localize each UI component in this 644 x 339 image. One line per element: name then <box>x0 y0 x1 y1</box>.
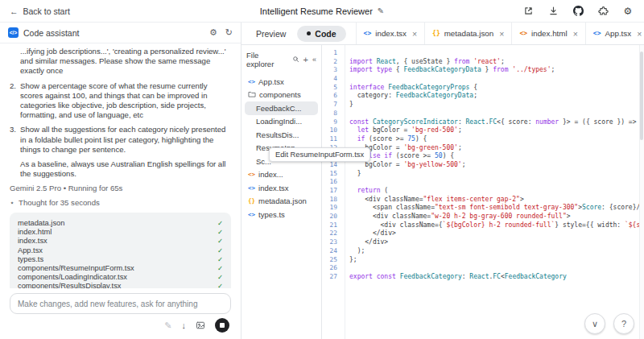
explorer-item-label: types.ts <box>258 210 285 219</box>
tab-label: index.tsx <box>375 29 407 38</box>
editor-tab[interactable]: <>App.tsx× <box>586 23 644 44</box>
explorer-item[interactable]: <>index.tsx <box>245 181 318 195</box>
import-button[interactable]: ↓ <box>182 320 187 330</box>
explorer-item[interactable]: <>types.ts <box>245 208 318 221</box>
line-number: 25 <box>322 256 343 265</box>
edit-file-tooltip: Edit ResumeInputForm.tsx <box>269 147 370 162</box>
explorer-item-label: components <box>259 90 301 99</box>
check-icon: ✓ <box>217 219 223 227</box>
code-text: </div> <box>343 229 396 238</box>
explorer-item[interactable]: <>index... <box>245 168 318 182</box>
file-progress-row: metadata.json✓ <box>18 218 223 227</box>
page-title: Intelligent Resume Reviewer <box>260 6 373 16</box>
check-icon: ✓ <box>217 237 223 245</box>
file-name: types.ts <box>18 255 217 263</box>
code-text: const CategoryScoreIndicator: React.FC<{… <box>343 118 644 127</box>
line-number: 4 <box>322 75 343 84</box>
tab-label: index.html <box>531 29 568 38</box>
file-name: components/LoadingIndicator.tsx <box>18 273 217 281</box>
scroll-to-bottom-button[interactable]: ∨ <box>584 313 605 334</box>
explorer-item[interactable]: FeedbackC... <box>245 101 318 115</box>
stop-generating-button[interactable] <box>215 318 229 333</box>
explorer-item-label: ResultsDis... <box>256 130 299 139</box>
code-line: 11 if (score >= 75) { <box>322 135 644 144</box>
download-icon <box>548 6 559 16</box>
code-text <box>343 75 349 84</box>
explorer-item[interactable]: LoadingIndi... <box>245 115 318 129</box>
folder-icon <box>248 90 256 100</box>
code-line: 19 <span className="text-sm font-semibol… <box>322 204 644 213</box>
explorer-collapse-button[interactable]: « <box>312 56 316 64</box>
code-line: 17 return ( <box>322 187 644 196</box>
file-explorer-title: File explorer <box>246 51 288 68</box>
back-button[interactable]: ← Back to start <box>10 6 70 16</box>
code-toggle-label: Code <box>315 29 336 39</box>
topbar-actions: ⚙ <box>522 5 634 18</box>
close-tab-icon[interactable]: × <box>573 29 578 39</box>
explorer-add-file-button[interactable]: + <box>303 56 308 64</box>
thought-toggle[interactable]: ⋆ Thought for 35 seconds <box>10 198 231 207</box>
explorer-item[interactable]: {}metadata.json <box>245 195 318 209</box>
line-number: 9 <box>322 118 343 127</box>
close-tab-icon[interactable]: × <box>499 29 504 39</box>
model-status: Gemini 2.5 Pro • Running for 65s <box>10 184 231 192</box>
code-text: export const FeedbackCategory: React.FC<… <box>343 273 567 282</box>
code-line: 14 bgColor = 'bg-yellow-500'; <box>322 161 644 170</box>
line-number: 3 <box>322 66 343 75</box>
close-tab-icon[interactable]: × <box>412 29 417 39</box>
app-window: ← Back to start Intelligent Resume Revie… <box>0 0 644 339</box>
explorer-item-label: App.tsx <box>258 77 284 86</box>
assistant-refresh-button[interactable]: ↻ <box>225 27 233 38</box>
file-progress-row: types.ts✓ <box>18 254 223 263</box>
github-button[interactable] <box>572 5 584 18</box>
editor-scrollbar[interactable] <box>639 45 644 339</box>
settings-button[interactable]: ⚙ <box>621 5 634 18</box>
file-explorer-header: File explorer + « <box>242 51 321 75</box>
line-number: 1 <box>322 49 343 58</box>
editor-tab[interactable]: {}metadata.json× <box>425 23 512 44</box>
attach-image-button[interactable] <box>196 320 205 330</box>
open-in-new-button[interactable] <box>522 5 535 18</box>
code-line: 5interface FeedbackCategoryProps { <box>322 84 644 93</box>
editor-tab[interactable]: <>index.tsx× <box>356 23 425 44</box>
preview-toggle-button[interactable]: Preview <box>248 26 294 42</box>
check-icon: ✓ <box>217 264 223 272</box>
line-number: 7 <box>322 101 343 110</box>
code-assistant-panel: </> Code assistant ⚙ ↻ ...ifying job des… <box>0 23 242 339</box>
line-number: 20 <box>322 213 343 221</box>
explorer-search-button[interactable] <box>292 56 299 64</box>
check-icon: ✓ <box>217 255 223 263</box>
editor-tab[interactable]: <>index.html× <box>512 23 585 44</box>
code-assistant-icon: </> <box>8 27 19 38</box>
code-editor[interactable]: 12import React, { useState } from 'react… <box>322 45 644 339</box>
explorer-item[interactable]: <>App.tsx <box>245 75 318 89</box>
message-number: 2. <box>10 81 20 121</box>
scrollbar-thumb[interactable] <box>640 52 643 140</box>
extension-button[interactable] <box>597 5 609 18</box>
check-icon: ✓ <box>217 228 223 236</box>
assistant-settings-button[interactable]: ⚙ <box>209 27 217 38</box>
file-type-icon: <> <box>364 30 372 37</box>
line-number: 6 <box>322 92 343 101</box>
code-line: 27export const FeedbackCategory: React.F… <box>322 273 644 282</box>
code-toggle-button[interactable]: Code <box>297 26 345 42</box>
edit-mode-button[interactable]: ✎ <box>164 320 171 331</box>
code-line: 20 <div className="w-20 h-2 bg-gray-600 … <box>322 213 644 221</box>
explorer-item[interactable]: components <box>245 89 318 102</box>
download-button[interactable] <box>547 5 559 18</box>
message-text: ...ifying job descriptions...', 'creatin… <box>20 47 231 76</box>
chat-input[interactable] <box>10 293 231 314</box>
line-number: 18 <box>322 196 343 205</box>
close-tab-icon[interactable]: × <box>637 29 642 39</box>
check-icon: ✓ <box>217 273 223 281</box>
chevron-down-icon: ∨ <box>592 319 598 329</box>
assistant-message: As a baseline, always use Australian Eng… <box>10 159 231 179</box>
file-type-icon: {} <box>432 30 440 37</box>
explorer-item[interactable]: ResultsDis... <box>245 128 318 142</box>
line-number: 15 <box>322 170 343 179</box>
gear-icon: ⚙ <box>624 6 633 17</box>
help-button[interactable]: ? <box>613 313 634 334</box>
workspace: Preview Code <>index.tsx×{}metadata.json… <box>242 23 644 339</box>
file-name: index.html <box>18 228 217 236</box>
edit-title-icon[interactable]: ✎ <box>378 6 384 15</box>
